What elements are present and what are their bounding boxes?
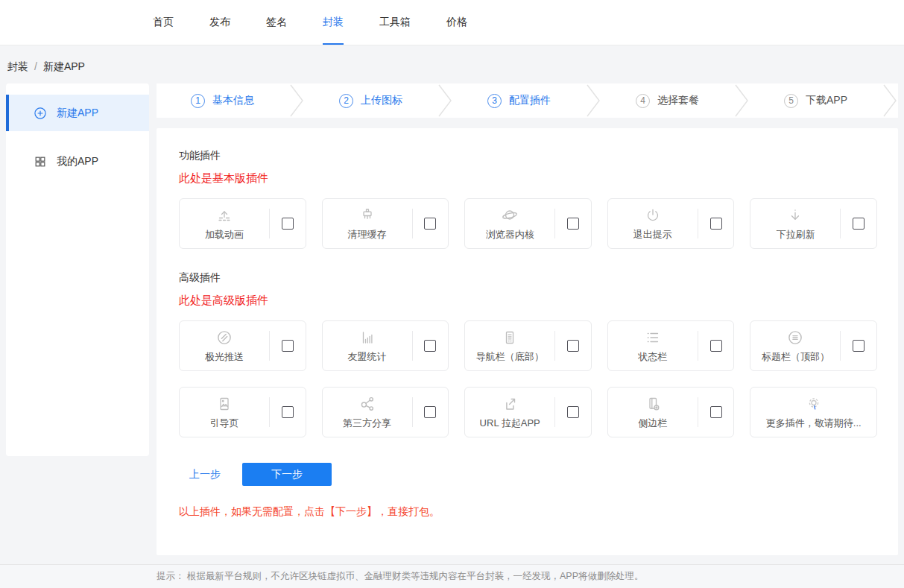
plugin-label: 导航栏（底部） bbox=[476, 350, 544, 364]
step-wizard: 1基本信息2上传图标3配置插件4选择套餐5下载APP bbox=[157, 83, 898, 118]
plugin-label: 第三方分享 bbox=[343, 417, 391, 430]
titlebar-top-icon bbox=[786, 329, 805, 347]
plugin-checkbox[interactable] bbox=[567, 406, 579, 418]
step-number: 4 bbox=[636, 94, 650, 108]
plus-circle-icon bbox=[33, 106, 48, 121]
pack-note: 以上插件，如果无需配置，点击【下一步】，直接打包。 bbox=[179, 505, 877, 519]
footer-tip-text: 提示： 根据最新平台规则，不允许区块链虚拟币、金融理财类等违规内容在平台封装，一… bbox=[157, 570, 644, 583]
plugin-checkbox-cell bbox=[698, 406, 734, 418]
plugin-checkbox-cell bbox=[413, 406, 449, 418]
plugin-grid: 极光推送友盟统计导航栏（底部）状态栏标题栏（顶部）引导页第三方分享URL 拉起A… bbox=[179, 320, 877, 437]
step-1: 1基本信息 bbox=[157, 94, 288, 108]
plugin-checkbox[interactable] bbox=[282, 218, 294, 230]
plugin-card: 更多插件，敬请期待... bbox=[750, 387, 877, 437]
clean-cache-icon bbox=[358, 206, 376, 224]
plugin-card: 清理缓存 bbox=[322, 198, 449, 249]
top-header: 首页发布签名封装工具箱价格 bbox=[0, 0, 904, 45]
nav-item-5[interactable]: 工具箱 bbox=[379, 0, 411, 45]
plugin-checkbox-cell bbox=[270, 340, 306, 352]
plugin-card: 侧边栏 bbox=[607, 387, 735, 437]
loading-animation-icon bbox=[215, 206, 233, 224]
step-3: 3配置插件 bbox=[453, 94, 585, 108]
plugin-card: 加载动画 bbox=[179, 198, 306, 249]
plugin-checkbox[interactable] bbox=[567, 340, 579, 352]
breadcrumb-root[interactable]: 封装 bbox=[7, 60, 28, 72]
plugin-card: 标题栏（顶部） bbox=[750, 320, 877, 371]
plugin-label: 极光推送 bbox=[205, 350, 244, 364]
plugin-checkbox[interactable] bbox=[853, 218, 865, 230]
plugin-checkbox[interactable] bbox=[282, 340, 294, 352]
plugin-checkbox[interactable] bbox=[710, 340, 722, 352]
breadcrumb-current: 新建APP bbox=[43, 60, 85, 72]
umeng-stats-icon bbox=[358, 329, 376, 347]
sidebar-item-label: 我的APP bbox=[57, 155, 98, 168]
step-label: 基本信息 bbox=[212, 94, 254, 107]
plugin-checkbox-cell bbox=[270, 406, 306, 418]
plugin-card-main: 友盟统计 bbox=[323, 329, 412, 364]
plugin-checkbox[interactable] bbox=[282, 406, 294, 418]
step-number: 1 bbox=[191, 94, 205, 108]
plugin-checkbox-cell bbox=[555, 406, 591, 418]
pull-refresh-icon bbox=[786, 206, 804, 224]
plugin-label: 下拉刷新 bbox=[776, 228, 815, 241]
plugin-checkbox-cell bbox=[413, 218, 449, 230]
plugin-card-main: 更多插件，敬请期待... bbox=[766, 395, 862, 430]
browser-kernel-icon bbox=[500, 206, 519, 224]
plugin-checkbox-cell bbox=[413, 340, 449, 352]
plugin-card: 友盟统计 bbox=[322, 320, 449, 371]
plugin-checkbox[interactable] bbox=[567, 218, 579, 230]
plugin-label: 加载动画 bbox=[205, 228, 244, 241]
plugin-card: 状态栏 bbox=[607, 320, 735, 371]
plugin-checkbox[interactable] bbox=[424, 340, 436, 352]
breadcrumb: 封装/新建APP bbox=[0, 45, 904, 83]
sidebar-item-1[interactable]: 新建APP bbox=[6, 95, 149, 131]
plugin-label: 退出提示 bbox=[633, 228, 672, 241]
sidebar: 新建APP我的APP bbox=[6, 83, 149, 456]
plugin-card-main: 清理缓存 bbox=[323, 206, 412, 241]
plugin-card-main: 下拉刷新 bbox=[750, 206, 840, 241]
section-title: 功能插件 bbox=[179, 149, 877, 162]
step-label: 下载APP bbox=[806, 94, 847, 107]
plugin-card: 引导页 bbox=[179, 387, 306, 437]
grid-icon bbox=[33, 154, 48, 169]
plugin-card: 导航栏（底部） bbox=[464, 320, 592, 371]
plugin-checkbox[interactable] bbox=[710, 218, 722, 230]
plugin-checkbox[interactable] bbox=[424, 218, 436, 230]
plugin-checkbox[interactable] bbox=[853, 340, 865, 352]
plugin-checkbox-cell bbox=[698, 218, 734, 230]
nav-item-2[interactable]: 发布 bbox=[209, 0, 230, 45]
next-step-button[interactable]: 下一步 bbox=[242, 463, 332, 486]
plugin-label: 引导页 bbox=[210, 417, 239, 430]
main-nav: 首页发布签名封装工具箱价格 bbox=[153, 0, 467, 45]
plugin-checkbox-cell bbox=[841, 218, 876, 230]
step-chevron-icon bbox=[288, 83, 305, 118]
nav-item-1[interactable]: 首页 bbox=[153, 0, 174, 45]
plugin-card-main: 极光推送 bbox=[180, 329, 269, 364]
nav-item-3[interactable]: 签名 bbox=[266, 0, 287, 45]
guide-page-icon bbox=[215, 395, 233, 413]
step-4: 4选择套餐 bbox=[601, 94, 733, 108]
plugin-checkbox-cell bbox=[555, 218, 591, 230]
plugin-checkbox-cell bbox=[270, 218, 306, 230]
step-number: 3 bbox=[487, 94, 502, 108]
sidebar-item-label: 新建APP bbox=[57, 107, 98, 120]
plugin-checkbox-cell bbox=[555, 340, 591, 352]
navbar-bottom-icon bbox=[501, 329, 519, 347]
plugin-card-main: 退出提示 bbox=[608, 206, 698, 241]
nav-item-4[interactable]: 封装 bbox=[323, 0, 344, 45]
sidebar-item-2[interactable]: 我的APP bbox=[6, 143, 149, 180]
plugin-card-main: 侧边栏 bbox=[608, 395, 698, 430]
prev-step-link[interactable]: 上一步 bbox=[189, 468, 221, 481]
plugin-checkbox[interactable] bbox=[710, 406, 722, 418]
footer-tip-bar: 提示： 根据最新平台规则，不允许区块链虚拟币、金融理财类等违规内容在平台封装，一… bbox=[0, 564, 904, 588]
plugin-card: 第三方分享 bbox=[322, 387, 449, 437]
nav-item-6[interactable]: 价格 bbox=[446, 0, 467, 45]
plugin-config-panel: 功能插件此处是基本版插件加载动画清理缓存浏览器内核退出提示下拉刷新高级插件此处是… bbox=[157, 128, 898, 555]
step-5: 5下载APP bbox=[750, 94, 882, 108]
step-label: 配置插件 bbox=[509, 94, 551, 107]
share-icon bbox=[358, 395, 377, 413]
plugin-card: 退出提示 bbox=[607, 198, 735, 249]
section-note: 此处是高级版插件 bbox=[179, 294, 877, 308]
plugin-checkbox[interactable] bbox=[424, 406, 436, 418]
plugin-card-main: 标题栏（顶部） bbox=[750, 329, 840, 364]
